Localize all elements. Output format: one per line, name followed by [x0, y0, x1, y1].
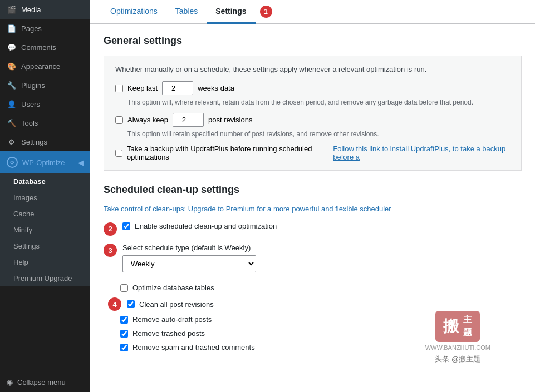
always-keep-label: Always keep	[127, 116, 168, 124]
remove-autodraft-checkbox[interactable]	[120, 316, 128, 324]
collapse-menu-button[interactable]: ◉ Collapse menu	[0, 373, 90, 392]
keep-last-suffix: weeks data	[198, 84, 234, 92]
backup-link[interactable]: Follow this link to install UpdraftPlus,…	[333, 145, 510, 161]
always-keep-suffix: post revisions	[208, 116, 252, 124]
sidebar-sub-settings[interactable]: Settings	[0, 238, 90, 254]
comments-icon: 💬	[7, 42, 17, 52]
upgrade-link[interactable]: Take control of clean-ups: Upgrade to Pr…	[104, 205, 391, 213]
wp-optimize-header[interactable]: ⟳ WP-Optimize ◀	[0, 151, 90, 173]
collapse-icon: ◉	[7, 378, 13, 386]
keep-last-checkbox[interactable]	[115, 85, 123, 92]
settings-icon: ⚙	[7, 137, 17, 147]
wp-optimize-icon: ⟳	[7, 157, 18, 168]
backup-checkbox[interactable]	[115, 150, 122, 157]
clean-revisions-checkbox[interactable]	[127, 300, 135, 308]
sidebar-sub-images[interactable]: Images	[0, 190, 90, 206]
sidebar-item-comments[interactable]: 💬 Comments	[0, 38, 90, 57]
keep-last-hint: This option will, where relevant, retain…	[127, 98, 510, 106]
step-badge-2: 2	[104, 222, 117, 236]
sidebar-item-label: Comments	[21, 43, 56, 52]
sidebar-item-pages[interactable]: 📄 Pages	[0, 19, 90, 38]
general-settings-box: Whether manually or on a schedule, these…	[104, 56, 522, 171]
main-content: Optimizations Tables Settings 1 General …	[90, 0, 535, 392]
schedule-type-label: Select schedule type (default is Weekly)	[122, 244, 256, 252]
sidebar-item-plugins[interactable]: 🔧 Plugins	[0, 76, 90, 95]
pages-icon: 📄	[7, 23, 17, 33]
tools-icon: 🔨	[7, 118, 17, 128]
sidebar-item-label: Media	[21, 6, 41, 14]
sidebar-item-label: Users	[21, 100, 40, 108]
tab-badge: 1	[260, 6, 272, 18]
always-keep-checkbox[interactable]	[115, 116, 123, 124]
sidebar-sub-database[interactable]: Database	[0, 173, 90, 190]
sidebar-item-settings[interactable]: ⚙ Settings	[0, 132, 90, 151]
step-badge-4: 4	[108, 297, 121, 311]
enable-scheduled-row: Enable scheduled clean-up and optimizati…	[122, 222, 277, 230]
content-area: General settings Whether manually or on …	[90, 24, 535, 392]
sidebar-item-label: Pages	[21, 24, 42, 33]
tab-optimizations[interactable]: Optimizations	[101, 0, 166, 24]
remove-trashed-label: Remove trashed posts	[132, 329, 205, 338]
remove-autodraft-row: Remove auto-draft posts	[120, 315, 522, 324]
sidebar-item-label: Settings	[21, 138, 47, 146]
sidebar-item-label: Plugins	[21, 81, 45, 90]
optimize-tables-row: Optimize database tables	[120, 284, 522, 292]
sidebar-item-label: Tools	[21, 119, 38, 127]
sidebar-item-tools[interactable]: 🔨 Tools	[0, 113, 90, 132]
sidebar-item-label: Appearance	[21, 62, 60, 71]
wp-optimize-label: WP-Optimize	[22, 158, 65, 167]
remove-autodraft-label: Remove auto-draft posts	[132, 315, 212, 324]
sidebar-sub-minify[interactable]: Minify	[0, 222, 90, 238]
keep-last-label: Keep last	[127, 84, 158, 92]
tab-tables[interactable]: Tables	[166, 0, 207, 24]
users-icon: 👤	[7, 99, 17, 109]
tabs-bar: Optimizations Tables Settings 1	[90, 0, 535, 24]
optimize-tables-label: Optimize database tables	[132, 284, 214, 292]
sidebar-item-users[interactable]: 👤 Users	[0, 95, 90, 113]
schedule-type-select[interactable]: Weekly Daily Monthly	[122, 255, 256, 272]
sidebar-item-appearance[interactable]: 🎨 Appearance	[0, 57, 90, 76]
always-keep-input[interactable]	[173, 113, 204, 127]
always-keep-hint: This option will retain specified number…	[127, 130, 510, 138]
collapse-label: Collapse menu	[17, 378, 66, 386]
backup-label: Take a backup with UpdraftPlus before ru…	[127, 145, 328, 161]
appearance-icon: 🎨	[7, 61, 17, 71]
always-keep-row: Always keep post revisions	[115, 113, 510, 127]
general-settings-desc: Whether manually or on a schedule, these…	[115, 65, 510, 73]
sidebar-sub-premium[interactable]: Premium Upgrade	[0, 270, 90, 286]
media-icon: 🎬	[7, 4, 17, 14]
sidebar-sub-cache[interactable]: Cache	[0, 206, 90, 222]
remove-trashed-row: Remove trashed posts	[120, 329, 522, 338]
enable-scheduled-label: Enable scheduled clean-up and optimizati…	[135, 222, 277, 230]
plugins-icon: 🔧	[7, 80, 17, 90]
tab-settings[interactable]: Settings	[207, 0, 255, 24]
sidebar-item-media[interactable]: 🎬 Media	[0, 0, 90, 19]
remove-trashed-checkbox[interactable]	[120, 330, 128, 338]
sidebar-sub-help[interactable]: Help	[0, 254, 90, 270]
backup-row: Take a backup with UpdraftPlus before ru…	[115, 145, 510, 161]
chevron-right-icon: ◀	[78, 158, 84, 167]
enable-scheduled-checkbox[interactable]	[122, 222, 130, 230]
step-badge-3: 3	[104, 244, 117, 257]
remove-spam-label: Remove spam and trashed comments	[132, 343, 255, 351]
clean-revisions-row: Clean all post revisions	[127, 300, 214, 309]
clean-revisions-label: Clean all post revisions	[139, 300, 214, 309]
sidebar: 🎬 Media 📄 Pages 💬 Comments 🎨 Appearance …	[0, 0, 90, 392]
remove-spam-row: Remove spam and trashed comments	[120, 343, 522, 351]
keep-last-input[interactable]	[162, 81, 193, 95]
remove-spam-checkbox[interactable]	[120, 344, 128, 351]
wp-optimize-section: ⟳ WP-Optimize ◀ Database Images Cache Mi…	[0, 151, 90, 286]
general-settings-title: General settings	[104, 35, 522, 47]
scheduled-settings-title: Scheduled clean-up settings	[104, 184, 522, 196]
optimize-tables-checkbox[interactable]	[120, 284, 128, 292]
keep-last-row: Keep last weeks data	[115, 81, 510, 95]
